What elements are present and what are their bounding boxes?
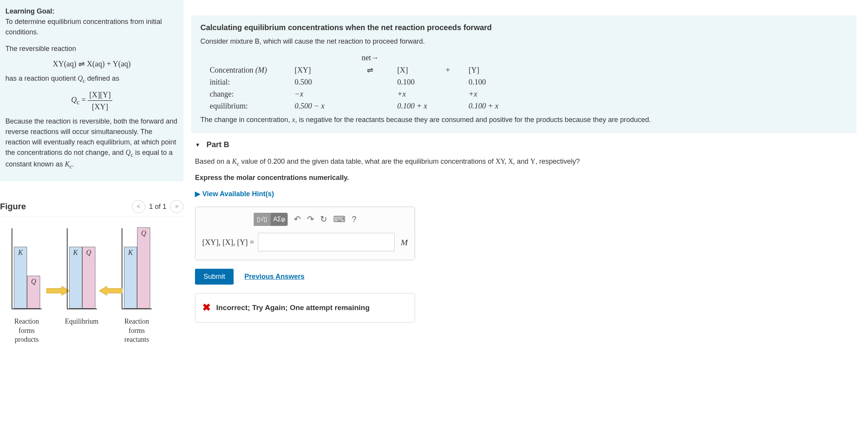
- figure-group-equilibrium: K Q Equilibrium: [65, 228, 98, 344]
- feedback-box: ✖ Incorrect; Try Again; One attempt rema…: [195, 293, 415, 322]
- answer-box: ▯√▯ ΑΣφ ↶ ↷ ↻ ⌨ ? [XY], [X], [Y] = M: [195, 207, 415, 260]
- figure-title: Figure: [0, 202, 26, 212]
- answer-toolbar: ▯√▯ ΑΣφ ↶ ↷ ↻ ⌨ ?: [202, 212, 408, 226]
- undo-icon[interactable]: ↶: [294, 212, 301, 226]
- bar-q: Q: [82, 247, 95, 309]
- svg-marker-1: [99, 286, 122, 295]
- bar-q: Q: [27, 276, 40, 309]
- hint-note: The change in concentration, x, is negat…: [200, 116, 847, 124]
- submit-button[interactable]: Submit: [195, 269, 234, 285]
- bar-q: Q: [137, 227, 150, 309]
- learning-goal-text: To determine equilibrium concentrations …: [5, 17, 178, 37]
- reversible-intro: The reversible reaction: [5, 44, 178, 54]
- figure-nav-label: 1 of 1: [149, 203, 166, 211]
- svg-marker-0: [46, 286, 70, 295]
- figure-group-reactants: K Q Reaction forms reactants: [122, 228, 152, 344]
- hint-intro: Consider mixture B, which will cause the…: [200, 37, 847, 46]
- learning-goal-label: Learning Goal:: [5, 7, 54, 15]
- feedback-message: Incorrect; Try Again; One attempt remain…: [216, 302, 370, 314]
- greek-button[interactable]: ΑΣφ: [271, 213, 288, 226]
- hint-title: Calculating equilibrium concentrations w…: [200, 23, 847, 32]
- hint-box: Calculating equilibrium concentrations w…: [191, 15, 856, 133]
- bar-k: K: [14, 247, 27, 309]
- qc-intro: has a reaction quotient Qc defined as: [5, 73, 178, 85]
- explanation-text: Because the reaction is reversible, both…: [5, 116, 178, 171]
- answer-input[interactable]: [258, 233, 395, 251]
- part-b-question: Based on a Kc value of 0.200 and the giv…: [191, 156, 856, 322]
- bar-k: K: [69, 247, 82, 309]
- figure-prev-button[interactable]: <: [132, 200, 145, 213]
- qc-definition: Qc = [X][Y][XY]: [5, 89, 178, 112]
- figure-body: K Q Reaction forms products: [0, 217, 183, 348]
- keyboard-icon[interactable]: ⌨: [333, 212, 346, 226]
- incorrect-icon: ✖: [202, 300, 211, 316]
- figure-header: Figure < 1 of 1 >: [0, 197, 183, 217]
- redo-icon[interactable]: ↷: [307, 212, 314, 226]
- chevron-down-icon: ▼: [195, 142, 200, 148]
- format-button[interactable]: ▯√▯: [254, 213, 271, 226]
- view-hints-link[interactable]: View Available Hint(s): [195, 188, 274, 200]
- reaction-equation: XY(aq) ⇌ X(aq) + Y(aq): [5, 58, 178, 70]
- ice-table: net→ Concentration (M) [XY] ⇌ [X] + [Y] …: [200, 52, 847, 112]
- previous-answers-link[interactable]: Previous Answers: [244, 271, 304, 282]
- answer-unit: M: [401, 236, 408, 249]
- figure-next-button[interactable]: >: [170, 200, 183, 213]
- help-icon[interactable]: ?: [352, 212, 356, 226]
- part-b-header[interactable]: ▼ Part B: [191, 133, 856, 156]
- answer-label: [XY], [X], [Y] =: [202, 236, 254, 248]
- instructions: Express the molar concentrations numeric…: [195, 174, 349, 181]
- learning-goal-box: Learning Goal: To determine equilibrium …: [0, 0, 183, 181]
- bar-k: K: [124, 247, 137, 309]
- part-b-label: Part B: [207, 140, 229, 149]
- reset-icon[interactable]: ↻: [320, 212, 327, 226]
- figure-group-products: K Q Reaction forms products: [12, 228, 42, 344]
